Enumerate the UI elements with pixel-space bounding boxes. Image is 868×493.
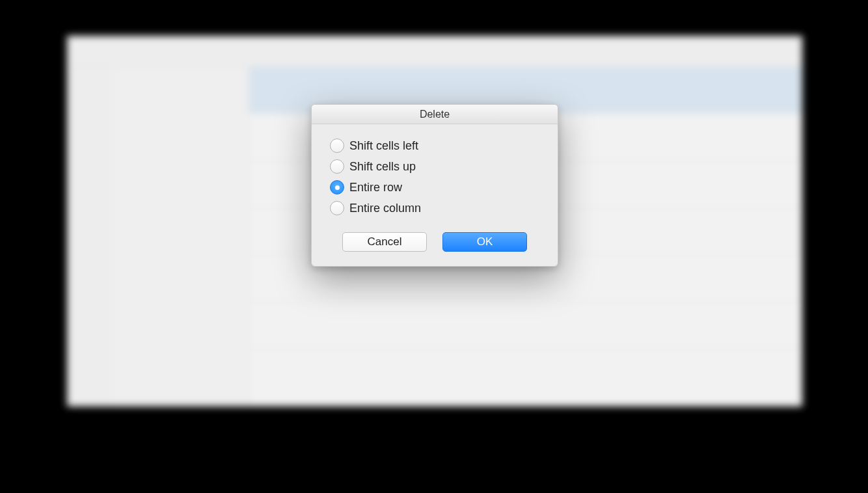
dialog-body: Shift cells left Shift cells up Entire r… — [312, 124, 558, 220]
background-row — [249, 301, 802, 348]
radio-icon — [330, 139, 344, 153]
radio-label: Entire column — [349, 202, 421, 215]
radio-option-entire-column[interactable]: Entire column — [330, 201, 539, 215]
radio-option-shift-cells-up[interactable]: Shift cells up — [330, 159, 539, 174]
dialog-button-row: Cancel OK — [312, 220, 558, 266]
radio-label: Shift cells up — [349, 160, 416, 174]
ok-button[interactable]: OK — [442, 232, 527, 252]
cancel-button[interactable]: Cancel — [342, 232, 427, 252]
background-mid-column — [113, 67, 249, 406]
delete-options-radio-group: Shift cells left Shift cells up Entire r… — [330, 139, 539, 215]
radio-icon — [330, 201, 344, 215]
dialog-title: Delete — [312, 105, 558, 124]
radio-icon — [330, 159, 344, 174]
delete-dialog: Delete Shift cells left Shift cells up E… — [311, 104, 558, 267]
background-left-column — [67, 67, 113, 406]
radio-label: Shift cells left — [349, 139, 418, 153]
radio-option-entire-row[interactable]: Entire row — [330, 180, 539, 194]
background-header — [67, 36, 802, 67]
radio-icon-selected — [330, 180, 344, 194]
radio-option-shift-cells-left[interactable]: Shift cells left — [330, 139, 539, 153]
radio-label: Entire row — [349, 181, 402, 194]
